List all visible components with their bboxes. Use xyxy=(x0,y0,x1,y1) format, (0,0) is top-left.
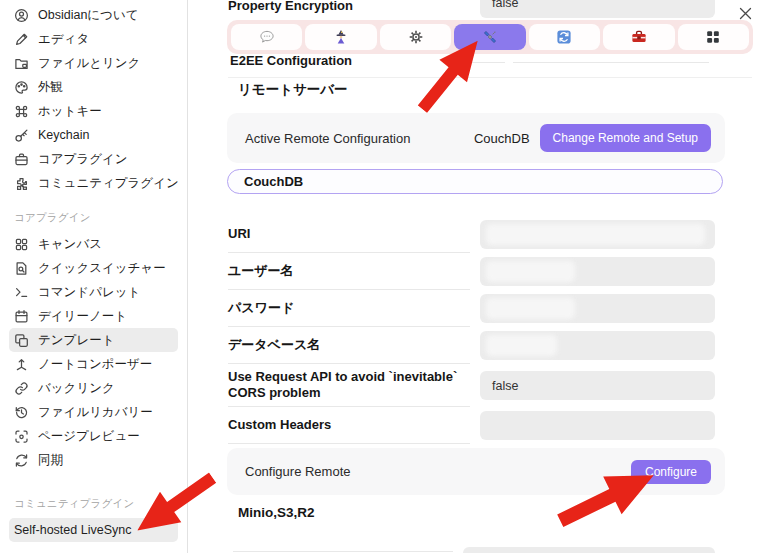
sidebar-item-label: ファイルとリンク xyxy=(38,55,140,72)
palette-icon xyxy=(14,80,29,95)
change-remote-and-setup-button[interactable]: Change Remote and Setup xyxy=(540,124,711,152)
settings-modal: Obsidianについてエディタファイルとリンク外観ホットキーKeychainコ… xyxy=(0,0,760,553)
sidebar-item-label: エディタ xyxy=(38,31,89,48)
sidebar-item-files-and-links[interactable]: ファイルとリンク xyxy=(9,51,178,75)
box-icon xyxy=(14,152,29,167)
remote-type-select[interactable]: CouchDB xyxy=(227,169,723,194)
sidebar-item-community-plugins[interactable]: コミュニティプラグイン xyxy=(9,171,178,195)
link-icon xyxy=(14,381,29,396)
sidebar-item-label: Self-hosted LiveSync xyxy=(14,523,131,537)
calendar-icon xyxy=(14,309,29,324)
command-icon xyxy=(14,104,29,119)
setting-input[interactable] xyxy=(480,294,715,323)
customization-tab[interactable] xyxy=(678,24,749,50)
sidebar-item-note-composer[interactable]: ノートコンポーザー xyxy=(9,352,178,376)
couchdb-settings-table: URIユーザー名パスワードデータベース名Use Request API to a… xyxy=(228,216,715,444)
setting-label: データベース名 xyxy=(228,327,470,364)
knobs-icon xyxy=(705,29,721,45)
sync-badge-icon xyxy=(556,29,572,45)
setting-input[interactable]: false xyxy=(480,371,715,400)
active-remote-value: CouchDB xyxy=(474,131,530,146)
setting-input[interactable] xyxy=(480,331,715,360)
sidebar-item-label: コミュニティプラグイン xyxy=(38,175,179,192)
sidebar-item-label: 同期 xyxy=(38,452,63,469)
sidebar-item-appearance[interactable]: 外観 xyxy=(9,75,178,99)
sidebar-item-label: バックリンク xyxy=(38,380,115,397)
setting-row: URI xyxy=(228,216,715,253)
history-icon xyxy=(14,405,29,420)
sidebar-item-canvas[interactable]: キャンバス xyxy=(9,232,178,256)
general-settings-tab[interactable] xyxy=(380,24,451,50)
sidebar-item-page-preview[interactable]: ページプレビュー xyxy=(9,424,178,448)
sidebar-item-label: キャンバス xyxy=(38,236,102,253)
puzzle-icon xyxy=(14,176,29,191)
setting-input[interactable] xyxy=(480,257,715,286)
sidebar-item-label: 外観 xyxy=(38,79,63,96)
hidden-row-border xyxy=(455,62,505,63)
sidebar-item-sync[interactable]: 同期 xyxy=(9,448,178,472)
canvas-icon xyxy=(14,237,29,252)
sidebar-item-editor[interactable]: エディタ xyxy=(9,27,178,51)
sidebar-item-command-palette[interactable]: コマンドパレット xyxy=(9,280,178,304)
configure-button[interactable]: Configure xyxy=(631,460,711,484)
setting-input[interactable] xyxy=(480,220,715,249)
setting-row: Use Request API to avoid `inevitable` CO… xyxy=(228,364,715,407)
minio-s3-r2-heading: Minio,S3,R2 xyxy=(238,505,315,520)
hatch-tab[interactable] xyxy=(603,24,674,50)
setting-row: Custom Headers xyxy=(228,407,715,444)
key-icon xyxy=(14,128,29,143)
active-remote-row: Active Remote Configuration CouchDB Chan… xyxy=(227,113,725,163)
toolbox-icon xyxy=(631,29,647,45)
settings-sidebar: Obsidianについてエディタファイルとリンク外観ホットキーKeychainコ… xyxy=(0,0,188,553)
file-search-icon xyxy=(14,261,29,276)
folder-link-icon xyxy=(14,56,29,71)
user-circle-icon xyxy=(14,8,29,23)
hidden-row-border xyxy=(513,62,709,63)
merge-icon xyxy=(14,357,29,372)
setting-label: URI xyxy=(228,216,470,253)
remote-config-tab[interactable] xyxy=(454,24,525,50)
partial-input[interactable] xyxy=(463,547,715,553)
redacted-value xyxy=(486,335,557,356)
close-icon[interactable] xyxy=(736,4,754,22)
row-divider xyxy=(233,551,453,552)
sidebar-item-label: テンプレート xyxy=(38,332,114,349)
remote-server-heading: リモートサーバー xyxy=(238,81,348,99)
pencil-icon xyxy=(14,32,29,47)
setting-input[interactable] xyxy=(480,411,715,440)
setting-row: ユーザー名 xyxy=(228,253,715,290)
speech-bubble-icon xyxy=(259,29,275,45)
sidebar-item-daily-notes[interactable]: デイリーノート xyxy=(9,304,178,328)
sidebar-item-label: デイリーノート xyxy=(38,308,127,325)
active-remote-label: Active Remote Configuration xyxy=(245,131,410,146)
sidebar-item-label: ノートコンポーザー xyxy=(38,356,152,373)
sidebar-section-header: コアプラグイン xyxy=(14,211,173,225)
sidebar-item-keychain[interactable]: Keychain xyxy=(9,123,178,147)
setup-wizard-tab[interactable] xyxy=(305,24,376,50)
sync-settings-tab[interactable] xyxy=(529,24,600,50)
info-tab[interactable] xyxy=(231,24,302,50)
setting-label: ユーザー名 xyxy=(228,253,470,290)
sidebar-item-about-obsidian[interactable]: Obsidianについて xyxy=(9,3,178,27)
redacted-value xyxy=(486,298,575,319)
redacted-value xyxy=(486,261,575,282)
sidebar-item-quick-switcher[interactable]: クイックスイッチャー xyxy=(9,256,178,280)
sidebar-item-file-recovery[interactable]: ファイルリカバリー xyxy=(9,400,178,424)
setting-label: Custom Headers xyxy=(228,407,470,444)
sidebar-item-backlinks[interactable]: バックリンク xyxy=(9,376,178,400)
setting-label: パスワード xyxy=(228,290,470,327)
configure-remote-label: Configure Remote xyxy=(245,464,351,479)
sidebar-item-self-hosted-livesync[interactable]: Self-hosted LiveSync xyxy=(9,518,178,542)
setting-row: パスワード xyxy=(228,290,715,327)
sidebar-item-label: ファイルリカバリー xyxy=(38,404,153,421)
sidebar-item-label: Keychain xyxy=(38,128,89,142)
sidebar-item-hotkeys[interactable]: ホットキー xyxy=(9,99,178,123)
e2ee-configuration-label: E2EE Configuration xyxy=(230,53,352,68)
livesync-settings-tabbar xyxy=(227,20,753,54)
sidebar-item-core-plugins[interactable]: コアプラグイン xyxy=(9,147,178,171)
sidebar-item-label: コマンドパレット xyxy=(38,284,140,301)
sidebar-item-templates[interactable]: テンプレート xyxy=(9,328,178,352)
redacted-value xyxy=(486,224,705,245)
sidebar-item-label: クイックスイッチャー xyxy=(38,260,166,277)
property-encryption-input[interactable]: false xyxy=(480,0,715,18)
